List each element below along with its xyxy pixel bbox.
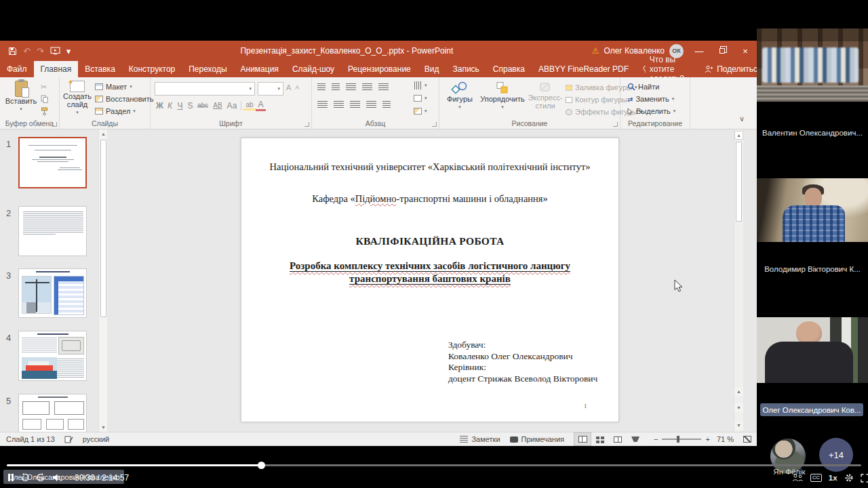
line-spacing-icon[interactable]: [378, 83, 389, 90]
font-dialog-launcher[interactable]: [304, 122, 309, 127]
forward-10-icon[interactable]: 10: [36, 472, 46, 483]
replace-button[interactable]: ⇄ Заменить▾: [627, 95, 674, 103]
slide-1-thumbnail[interactable]: [18, 137, 87, 188]
start-slideshow-icon[interactable]: [50, 47, 60, 55]
align-left-icon[interactable]: [317, 101, 328, 108]
rewind-10-icon[interactable]: 10: [20, 472, 30, 483]
slide-university-line[interactable]: Національний технічний університет «Харк…: [241, 161, 618, 173]
section-button[interactable]: Раздел ▾: [95, 107, 136, 115]
font-size-dropdown[interactable]: ▾: [258, 82, 283, 96]
arrange-button[interactable]: Упорядочить ▾: [479, 81, 526, 111]
slide-5-thumbnail[interactable]: [18, 394, 87, 432]
seek-bar[interactable]: [7, 464, 861, 466]
tab-home[interactable]: Главная: [34, 61, 79, 77]
slide-2-thumbnail[interactable]: [18, 206, 87, 256]
save-icon[interactable]: [8, 47, 17, 56]
change-case-icon[interactable]: Аа: [225, 101, 239, 110]
next-slide-button[interactable]: ▼: [734, 403, 743, 412]
slide-scrollbar[interactable]: ▲ ▲ ▼ ▼: [734, 129, 743, 432]
slide-scroll-down[interactable]: ▼: [734, 421, 743, 430]
format-painter-button[interactable]: [41, 107, 48, 115]
zoom-in-button[interactable]: +: [705, 435, 709, 443]
tab-slideshow[interactable]: Слайд-шоу: [285, 61, 341, 77]
text-shadow-icon[interactable]: S: [185, 101, 195, 110]
slide-department-line[interactable]: Кафедра «Підйомно-транспортні машини і о…: [241, 193, 618, 205]
bullets-icon[interactable]: [317, 83, 326, 90]
find-button[interactable]: Найти: [627, 83, 659, 91]
pause-button[interactable]: [8, 474, 14, 481]
previous-slide-button[interactable]: ▲: [734, 387, 743, 396]
justify-icon[interactable]: [366, 101, 376, 108]
align-right-icon[interactable]: [350, 101, 360, 108]
highlight-icon[interactable]: ab: [243, 101, 256, 110]
slide-canvas[interactable]: Національний технічний університет «Харк…: [241, 138, 619, 422]
volume-icon[interactable]: [52, 473, 62, 482]
slide-3-thumbnail[interactable]: [18, 268, 87, 318]
character-spacing-icon[interactable]: АВ: [210, 102, 225, 109]
tab-help[interactable]: Справка: [486, 61, 532, 77]
align-text-button[interactable]: ▾: [414, 95, 427, 102]
reading-view-button[interactable]: [609, 432, 627, 446]
tab-transitions[interactable]: Переходы: [182, 61, 233, 77]
tab-insert[interactable]: Вставка: [78, 61, 122, 77]
decrease-indent-icon[interactable]: [346, 83, 356, 90]
playback-speed[interactable]: 1x: [829, 474, 837, 482]
numbering-icon[interactable]: [332, 83, 340, 90]
paste-button[interactable]: Вставить ▾: [5, 81, 37, 113]
font-color-icon[interactable]: А: [256, 100, 266, 111]
slide-counter[interactable]: Слайд 1 из 13: [6, 435, 55, 443]
tab-design[interactable]: Конструктор: [122, 61, 182, 77]
thumbnail-scrollbar[interactable]: ▲ ▼: [98, 129, 107, 432]
tell-me-box[interactable]: Что вы хотите сделать?: [635, 61, 695, 77]
text-direction-button[interactable]: ▾: [414, 82, 427, 89]
shrink-font-icon[interactable]: А: [295, 84, 299, 91]
slide-4-thumbnail[interactable]: [18, 331, 87, 381]
spellcheck-icon[interactable]: [64, 435, 73, 443]
tab-record[interactable]: Запись: [446, 61, 486, 77]
captions-button[interactable]: CC: [810, 474, 822, 482]
align-center-icon[interactable]: [334, 101, 344, 108]
grow-font-icon[interactable]: А: [286, 83, 291, 92]
clipboard-dialog-launcher[interactable]: [52, 122, 57, 127]
tab-file[interactable]: Файл: [0, 61, 34, 77]
zoom-slider-thumb[interactable]: [677, 436, 679, 443]
settings-gear-icon[interactable]: [844, 473, 854, 483]
close-button[interactable]: ×: [734, 41, 757, 61]
qat-customize-icon[interactable]: ▾: [66, 47, 71, 56]
tab-animations[interactable]: Анимация: [234, 61, 285, 77]
slide-scroll-thumb[interactable]: [736, 142, 742, 222]
reset-button[interactable]: Восстановить: [95, 95, 153, 103]
minimize-button[interactable]: —: [688, 41, 711, 61]
participants-icon[interactable]: [792, 474, 804, 482]
slide-heading[interactable]: КВАЛІФІКАЦІЙНА РОБОТА: [241, 235, 618, 247]
thumbnail-scroll-thumb[interactable]: [100, 140, 106, 317]
seek-handle[interactable]: [258, 462, 265, 469]
slide-sorter-button[interactable]: [591, 432, 609, 446]
columns-icon[interactable]: [382, 101, 391, 108]
tab-abbyy[interactable]: ABBYY FineReader PDF: [532, 61, 635, 77]
cut-button[interactable]: ✂: [41, 83, 47, 92]
normal-view-button[interactable]: [574, 432, 591, 446]
shapes-button[interactable]: Фигуры ▾: [443, 81, 476, 111]
paragraph-dialog-launcher[interactable]: [432, 122, 437, 127]
language-indicator[interactable]: русский: [83, 435, 109, 443]
slide-topic-line-2[interactable]: транспортування баштових кранів: [241, 273, 618, 285]
quick-styles-button[interactable]: Экспресс-стили: [528, 81, 563, 110]
notes-toggle[interactable]: Заметки: [471, 435, 500, 443]
smartart-button[interactable]: ▾: [414, 108, 427, 115]
italic-icon[interactable]: К: [165, 101, 175, 110]
slide-scroll-up[interactable]: ▲: [734, 131, 743, 140]
slide-authors-block[interactable]: Здобувач: Коваленко Олег Олександрович К…: [448, 340, 597, 384]
redo-icon[interactable]: ↷: [37, 47, 44, 56]
zoom-level[interactable]: 71 %: [717, 435, 734, 443]
new-slide-button[interactable]: ★ Создать слайд ▾: [62, 81, 92, 117]
undo-icon[interactable]: ↶: [23, 47, 31, 56]
underline-icon[interactable]: Ч: [175, 101, 185, 110]
zoom-slider[interactable]: [662, 439, 701, 440]
collapse-ribbon-icon[interactable]: ∨: [739, 115, 745, 123]
increase-indent-icon[interactable]: [362, 83, 372, 90]
font-name-dropdown[interactable]: ▾: [155, 82, 255, 96]
fit-slide-button[interactable]: [743, 436, 751, 443]
zoom-out-button[interactable]: −: [654, 435, 658, 443]
select-button[interactable]: Выделить▾: [627, 107, 675, 115]
